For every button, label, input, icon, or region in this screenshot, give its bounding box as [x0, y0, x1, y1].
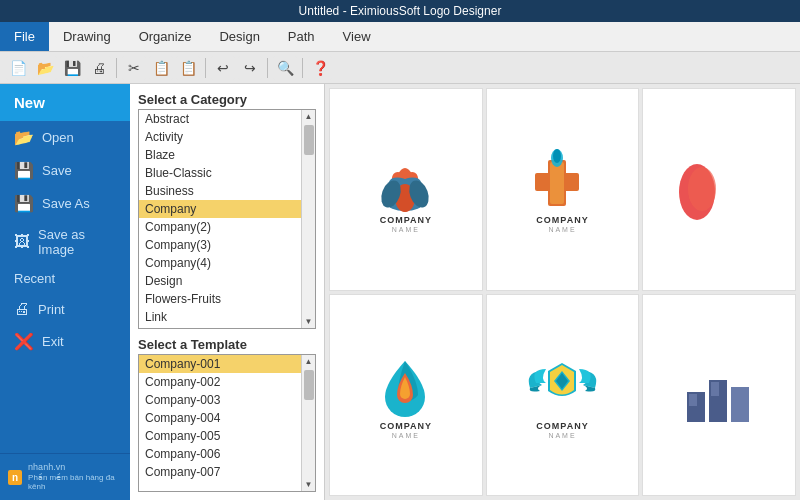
brand-text: nhanh.vn Phần mềm bán hàng đa kênh [28, 462, 122, 492]
image-icon: 🖼 [14, 233, 30, 251]
tpl-006[interactable]: Company-006 [139, 445, 301, 463]
menu-bar: File Drawing Organize Design Path View [0, 22, 800, 52]
tb-sep3 [267, 58, 268, 78]
tb-redo[interactable]: ↪ [238, 56, 262, 80]
scroll-down-arrow[interactable]: ▼ [305, 315, 313, 328]
tb-paste[interactable]: 📋 [176, 56, 200, 80]
cat-flowers[interactable]: Flowers-Fruits [139, 290, 301, 308]
tpl-005[interactable]: Company-005 [139, 427, 301, 445]
cat-business[interactable]: Business [139, 182, 301, 200]
tpl-thumb[interactable] [304, 370, 314, 400]
cat-activity[interactable]: Activity [139, 128, 301, 146]
logo-svg-6 [674, 360, 764, 430]
tpl-004[interactable]: Company-004 [139, 409, 301, 427]
logo-card-6[interactable] [642, 294, 796, 497]
cat-company[interactable]: Company [139, 200, 301, 218]
logo-card-5[interactable]: COMPANY NAME [486, 294, 640, 497]
logo-subname-4: NAME [392, 432, 420, 439]
new-label: New [14, 94, 45, 111]
cat-company3[interactable]: Company(3) [139, 236, 301, 254]
main-layout: New 📂 Open 💾 Save 💾 Save As 🖼 Save as Im… [0, 84, 800, 500]
logo-svg-4 [361, 351, 451, 421]
sidebar-save-as-label: Save As [42, 196, 90, 211]
center-panel: Select a Category Abstract Activity Blaz… [130, 84, 325, 500]
sidebar-new-button[interactable]: New [0, 84, 130, 121]
tpl-007[interactable]: Company-007 [139, 463, 301, 481]
svg-rect-20 [731, 387, 749, 422]
scroll-thumb-area [303, 123, 315, 315]
sidebar-open[interactable]: 📂 Open [0, 121, 130, 154]
logo-card-1[interactable]: COMPANY NAME [329, 88, 483, 291]
scroll-up-arrow[interactable]: ▲ [305, 110, 313, 123]
toolbar: 📄 📂 💾 🖨 ✂ 📋 📋 ↩ ↪ 🔍 ❓ [0, 52, 800, 84]
logo-subname-5: NAME [548, 432, 576, 439]
sidebar-save-image[interactable]: 🖼 Save as Image [0, 220, 130, 264]
tb-sep4 [302, 58, 303, 78]
menu-design[interactable]: Design [205, 22, 273, 51]
tpl-scroll-up[interactable]: ▲ [305, 355, 313, 368]
cat-company4[interactable]: Company(4) [139, 254, 301, 272]
tb-copy[interactable]: 📋 [149, 56, 173, 80]
logo-grid: COMPANY NAME COMPANY NAME [325, 84, 800, 500]
category-scrollbar[interactable]: ▲ ▼ [301, 110, 315, 328]
tb-new[interactable]: 📄 [6, 56, 30, 80]
brand-logo: n [8, 470, 22, 485]
category-title: Select a Category [138, 92, 316, 107]
logo-name-2: COMPANY [536, 215, 588, 226]
logo-svg-3 [674, 154, 764, 224]
svg-point-15 [688, 167, 716, 211]
svg-point-13 [553, 149, 561, 163]
logo-svg-2 [517, 145, 607, 215]
sidebar-recent-label: Recent [14, 271, 55, 286]
tb-cut[interactable]: ✂ [122, 56, 146, 80]
logo-card-2[interactable]: COMPANY NAME [486, 88, 640, 291]
tb-help[interactable]: ❓ [308, 56, 332, 80]
tpl-scroll-down[interactable]: ▼ [305, 478, 313, 491]
menu-path[interactable]: Path [274, 22, 329, 51]
logo-subname-1: NAME [392, 226, 420, 233]
open-icon: 📂 [14, 128, 34, 147]
scroll-thumb[interactable] [304, 125, 314, 155]
logo-name-1: COMPANY [380, 215, 432, 226]
tb-undo[interactable]: ↩ [211, 56, 235, 80]
sidebar-print[interactable]: 🖨 Print [0, 293, 130, 325]
tb-zoom[interactable]: 🔍 [273, 56, 297, 80]
template-list: Company-001 Company-002 Company-003 Comp… [139, 355, 301, 491]
menu-drawing[interactable]: Drawing [49, 22, 125, 51]
title-bar: Untitled - EximiousSoft Logo Designer [0, 0, 800, 22]
cat-design[interactable]: Design [139, 272, 301, 290]
template-list-container: Company-001 Company-002 Company-003 Comp… [138, 354, 316, 492]
cat-blue-classic[interactable]: Blue-Classic [139, 164, 301, 182]
brand-tagline: Phần mềm bán hàng đa kênh [28, 473, 122, 492]
tb-print[interactable]: 🖨 [87, 56, 111, 80]
sidebar-save-image-label: Save as Image [38, 227, 116, 257]
cat-misc[interactable]: Misc [139, 326, 301, 328]
sidebar-save[interactable]: 💾 Save [0, 154, 130, 187]
svg-rect-22 [711, 382, 719, 396]
brand-name: nhanh.vn [28, 462, 122, 473]
logo-card-4[interactable]: COMPANY NAME [329, 294, 483, 497]
cat-blaze[interactable]: Blaze [139, 146, 301, 164]
cat-abstract[interactable]: Abstract [139, 110, 301, 128]
sidebar-open-label: Open [42, 130, 74, 145]
sidebar-exit[interactable]: ❌ Exit [0, 325, 130, 358]
tb-save[interactable]: 💾 [60, 56, 84, 80]
logo-name-5: COMPANY [536, 421, 588, 432]
tpl-002[interactable]: Company-002 [139, 373, 301, 391]
cat-link[interactable]: Link [139, 308, 301, 326]
logo-subname-2: NAME [548, 226, 576, 233]
tpl-003[interactable]: Company-003 [139, 391, 301, 409]
template-scrollbar[interactable]: ▲ ▼ [301, 355, 315, 491]
sidebar-save-label: Save [42, 163, 72, 178]
logo-card-3[interactable] [642, 88, 796, 291]
sidebar-save-as[interactable]: 💾 Save As [0, 187, 130, 220]
menu-organize[interactable]: Organize [125, 22, 206, 51]
sidebar-recent[interactable]: Recent [0, 264, 130, 293]
category-section: Select a Category Abstract Activity Blaz… [138, 92, 316, 329]
tb-open[interactable]: 📂 [33, 56, 57, 80]
print-icon: 🖨 [14, 300, 30, 318]
menu-file[interactable]: File [0, 22, 49, 51]
cat-company2[interactable]: Company(2) [139, 218, 301, 236]
tpl-001[interactable]: Company-001 [139, 355, 301, 373]
menu-view[interactable]: View [329, 22, 385, 51]
